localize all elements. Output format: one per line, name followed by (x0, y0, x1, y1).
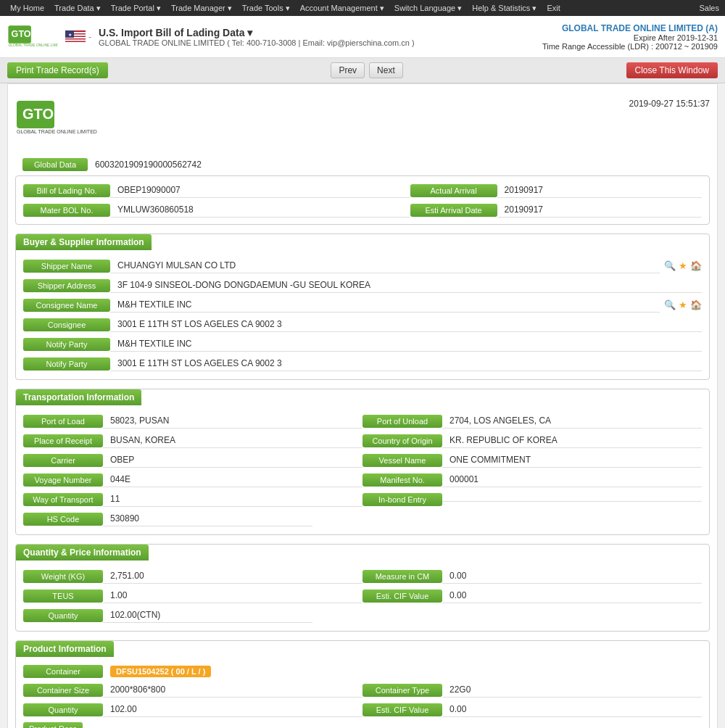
header-left: GTO GLOBAL TRADE ONLINE LIMITED ★ - U.S.… (7, 21, 415, 53)
way-transport-row: Way of Transport 11 In-bond Entry (16, 489, 709, 509)
nav-trade-portal[interactable]: Trade Portal ▾ (107, 0, 165, 16)
page-title: U.S. Import Bill of Lading Data ▾ (99, 27, 415, 38)
close-window-button-top[interactable]: Close This Window (626, 62, 718, 78)
quantity-section: Quantity & Price Information Weight (KG)… (15, 544, 710, 632)
shipper-address-value: 3F 104-9 SINSEOL-DONG DONGDAEMUN -GU SEO… (110, 278, 702, 293)
global-data-row: Global Data 6003201909190000562742 (15, 154, 710, 175)
nav-items: My Home Trade Data ▾ Trade Portal ▾ Trad… (6, 0, 565, 16)
flag-separator: - (88, 32, 91, 42)
nav-switch-language[interactable]: Switch Language ▾ (390, 0, 466, 16)
nav-sales[interactable]: Sales (699, 4, 719, 12)
country-origin-label: Country of Origin (362, 434, 442, 447)
master-bol-value: YMLUW360860518 (110, 202, 410, 218)
time-range: Time Range Accessible (LDR) : 200712 ~ 2… (542, 42, 718, 51)
svg-text:GTO: GTO (12, 29, 31, 39)
inbond-entry-value (442, 497, 702, 502)
consignee-row: Consignee 3001 E 11TH ST LOS AGELES CA 9… (16, 315, 709, 334)
doc-header: GTO GLOBAL TRADE ONLINE LIMITED 2019-09-… (15, 91, 710, 148)
quantity-section-title: Quantity & Price Information (16, 545, 149, 561)
container-size-label: Container Size (23, 684, 103, 697)
nav-help-statistics[interactable]: Help & Statistics ▾ (468, 0, 541, 16)
product-quantity-label: Quantity (23, 703, 103, 716)
search-icon[interactable]: 🔍 (664, 260, 676, 271)
carrier-value: OBEP (103, 452, 362, 468)
consignee-search-icon[interactable]: 🔍 (664, 299, 676, 310)
esti-cif-value: 0.00 (442, 588, 702, 603)
consignee-label: Consignee (23, 318, 110, 331)
subtitle-company: GLOBAL TRADE ONLINE LIMITED (99, 38, 225, 47)
top-navigation: My Home Trade Data ▾ Trade Portal ▾ Trad… (0, 0, 725, 16)
teus-row: TEUS 1.00 Esti. CIF Value 0.00 (16, 586, 709, 605)
manifest-value: 000001 (442, 472, 702, 487)
master-bol-row: Mater BOL No. YMLUW360860518 Esti Arriva… (16, 200, 709, 220)
consignee-value: 3001 E 11TH ST LOS AGELES CA 9002 3 (110, 317, 702, 332)
next-button-top[interactable]: Next (369, 62, 403, 78)
shipper-name-label: Shipper Name (23, 260, 110, 273)
bol-label: Bill of Lading No. (23, 184, 110, 197)
product-section-title: Product Information (16, 641, 114, 657)
voyage-value: 044E (103, 472, 362, 487)
svg-text:GTO: GTO (22, 106, 54, 122)
company-logo: GTO GLOBAL TRADE ONLINE LIMITED (7, 21, 58, 53)
hs-code-row: HS Code 530890 (16, 509, 709, 529)
flag-area: ★ - (65, 30, 91, 44)
teus-value: 1.00 (103, 588, 362, 603)
container-row: Container DFSU1504252 ( 00 / L / ) (16, 663, 709, 680)
notify-party2-label: Notify Party (23, 357, 110, 371)
port-load-row: Port of Load 58023, PUSAN Port of Unload… (16, 411, 709, 431)
svg-text:GLOBAL TRADE ONLINE LIMITED: GLOBAL TRADE ONLINE LIMITED (8, 43, 58, 46)
expire-label: Expire After 2019-12-31 (542, 33, 718, 42)
weight-label: Weight (KG) (23, 570, 103, 583)
esti-cif-label: Esti. CIF Value (362, 590, 442, 603)
doc-logo: GTO GLOBAL TRADE ONLINE LIMITED (15, 99, 109, 141)
svg-rect-8 (65, 42, 86, 44)
bol-row: Bill of Lading No. OBEP19090007 Actual A… (16, 181, 709, 200)
print-record-button-top[interactable]: Print Trade Record(s) (7, 62, 108, 78)
port-unload-value: 2704, LOS ANGELES, CA (442, 413, 702, 429)
header-right: GLOBAL TRADE ONLINE LIMITED (A) Expire A… (542, 23, 718, 51)
prev-button-top[interactable]: Prev (331, 62, 365, 78)
document-wrapper: GTO GLOBAL TRADE ONLINE LIMITED 2019-09-… (7, 83, 718, 728)
voyage-row: Voyage Number 044E Manifest No. 000001 (16, 470, 709, 489)
star-icon[interactable]: ★ (679, 260, 687, 271)
container-size-row: Container Size 2000*806*800 Container Ty… (16, 680, 709, 700)
shipper-name-row: Shipper Name CHUANGYI MULSAN CO LTD 🔍 ★ … (16, 256, 709, 276)
consignee-name-label: Consignee Name (23, 299, 110, 312)
esti-arrival-label: Esti Arrival Date (410, 204, 497, 217)
consignee-home-icon[interactable]: 🏠 (690, 299, 702, 310)
esti-arrival-value: 20190917 (497, 202, 702, 218)
transport-section-title: Transportation Information (16, 389, 141, 405)
master-bol-label: Mater BOL No. (23, 204, 110, 217)
shipper-name-value: CHUANGYI MULSAN CO LTD (110, 258, 660, 273)
nav-exit[interactable]: Exit (542, 0, 564, 16)
nav-trade-manager[interactable]: Trade Manager ▾ (167, 0, 236, 16)
container-tag: DFSU1504252 ( 00 / L / ) (110, 666, 211, 677)
product-desc-label: Product Desc (23, 722, 83, 728)
nav-trade-data[interactable]: Trade Data ▾ (50, 0, 105, 16)
container-size-value: 2000*806*800 (103, 682, 362, 698)
nav-account-management[interactable]: Account Management ▾ (296, 0, 389, 16)
carrier-label: Carrier (23, 454, 103, 467)
quantity-row: Quantity 102.00(CTN) (16, 605, 709, 625)
hs-code-value: 530890 (103, 511, 312, 526)
svg-text:GLOBAL TRADE ONLINE LIMITED: GLOBAL TRADE ONLINE LIMITED (17, 129, 97, 134)
buyer-section-title: Buyer & Supplier Information (16, 234, 152, 250)
notify-party-row: Notify Party M&H TEXTILE INC (16, 334, 709, 354)
place-receipt-row: Place of Receipt BUSAN, KOREA Country of… (16, 431, 709, 450)
carrier-row: Carrier OBEP Vessel Name ONE COMMITMENT (16, 450, 709, 470)
buyer-supplier-section: Buyer & Supplier Information Shipper Nam… (15, 233, 710, 380)
home-icon[interactable]: 🏠 (690, 260, 702, 271)
consignee-star-icon[interactable]: ★ (679, 299, 687, 310)
actual-arrival-value: 20190917 (497, 183, 702, 198)
consignee-icons: 🔍 ★ 🏠 (664, 299, 702, 310)
nav-trade-tools[interactable]: Trade Tools ▾ (238, 0, 294, 16)
notify-party2-value: 3001 E 11TH ST LOS AGELES CA 9002 3 (110, 356, 702, 371)
place-receipt-label: Place of Receipt (23, 434, 103, 447)
weight-row: Weight (KG) 2,751.00 Measure in CM 0.00 (16, 566, 709, 586)
way-transport-value: 11 (103, 492, 362, 507)
nav-my-home[interactable]: My Home (6, 0, 49, 16)
shipper-address-label: Shipper Address (23, 279, 110, 292)
vessel-name-label: Vessel Name (362, 454, 442, 467)
product-quantity-value: 102.00 (103, 702, 362, 717)
toolbar-top: Print Trade Record(s) Prev Next Close Th… (0, 58, 725, 83)
